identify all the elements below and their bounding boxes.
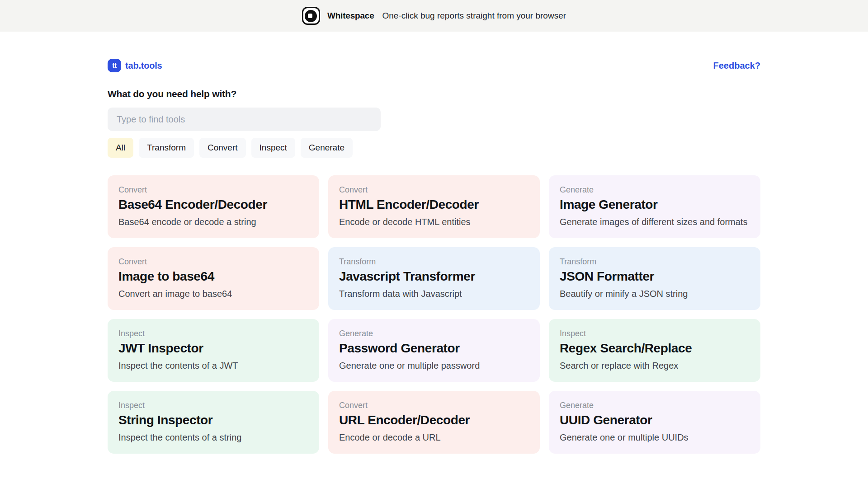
tool-description: Beautify or minify a JSON string <box>560 288 750 300</box>
tool-category: Inspect <box>560 329 750 338</box>
whitespace-promo-banner[interactable]: Whitespace One-click bug reports straigh… <box>0 0 868 32</box>
tool-category: Inspect <box>118 329 308 338</box>
tool-card[interactable]: Inspect JWT Inspector Inspect the conten… <box>108 319 319 382</box>
tool-title: UUID Generator <box>560 413 750 427</box>
site-header: tt tab.tools Feedback? <box>108 59 760 72</box>
search-input[interactable] <box>108 108 381 131</box>
feedback-link[interactable]: Feedback? <box>713 61 760 71</box>
site-logo[interactable]: tt tab.tools <box>108 59 162 72</box>
tool-description: Generate one or multiple UUIDs <box>560 432 750 444</box>
whitespace-logo-circle <box>305 10 317 22</box>
whitespace-logo-icon <box>302 7 320 25</box>
filter-button-convert[interactable]: Convert <box>199 138 246 158</box>
tool-title: Password Generator <box>339 341 529 356</box>
page-title: What do you need help with? <box>108 89 760 99</box>
tool-card[interactable]: Transform JSON Formatter Beautify or min… <box>549 247 760 310</box>
tool-card[interactable]: Generate Image Generator Generate images… <box>549 175 760 238</box>
tool-card[interactable]: Convert Image to base64 Convert an image… <box>108 247 319 310</box>
whitespace-brand-name: Whitespace <box>327 11 374 21</box>
tool-title: Image to base64 <box>118 269 308 284</box>
tool-card[interactable]: Convert HTML Encoder/Decoder Encode or d… <box>328 175 540 238</box>
filter-button-inspect[interactable]: Inspect <box>251 138 295 158</box>
tool-card[interactable]: Inspect String Inspector Inspect the con… <box>108 391 319 454</box>
tool-title: Regex Search/Replace <box>560 341 750 356</box>
tool-card[interactable]: Inspect Regex Search/Replace Search or r… <box>549 319 760 382</box>
tool-category: Generate <box>560 185 750 194</box>
tool-card[interactable]: Convert Base64 Encoder/Decoder Base64 en… <box>108 175 319 238</box>
tool-description: Base64 encode or decode a string <box>118 216 308 228</box>
site-name: tab.tools <box>125 61 162 71</box>
tabtools-logo-icon: tt <box>108 59 121 72</box>
tool-category: Convert <box>339 401 529 410</box>
filter-button-all[interactable]: All <box>108 138 133 158</box>
tool-description: Search or replace with Regex <box>560 360 750 372</box>
tool-title: URL Encoder/Decoder <box>339 413 529 427</box>
tool-category: Transform <box>339 257 529 266</box>
tool-title: Image Generator <box>560 197 750 212</box>
main-container: tt tab.tools Feedback? What do you need … <box>108 32 760 454</box>
tool-category: Transform <box>560 257 750 266</box>
tool-description: Generate images of different sizes and f… <box>560 216 750 228</box>
tool-category: Generate <box>339 329 529 338</box>
filter-button-generate[interactable]: Generate <box>301 138 353 158</box>
tool-title: Base64 Encoder/Decoder <box>118 197 308 212</box>
tool-category: Convert <box>118 257 308 266</box>
tool-title: HTML Encoder/Decoder <box>339 197 529 212</box>
tool-description: Generate one or multiple password <box>339 360 529 372</box>
tool-card[interactable]: Generate UUID Generator Generate one or … <box>549 391 760 454</box>
tool-title: JWT Inspector <box>118 341 308 356</box>
tool-description: Encode or decode HTML entities <box>339 216 529 228</box>
tool-title: String Inspector <box>118 413 308 427</box>
tools-grid: Convert Base64 Encoder/Decoder Base64 en… <box>108 175 760 454</box>
tool-card[interactable]: Generate Password Generator Generate one… <box>328 319 540 382</box>
tool-description: Encode or decode a URL <box>339 432 529 444</box>
filter-button-transform[interactable]: Transform <box>139 138 194 158</box>
tool-description: Inspect the contents of a string <box>118 432 308 444</box>
tool-description: Transform data with Javascript <box>339 288 529 300</box>
tool-description: Convert an image to base64 <box>118 288 308 300</box>
whitespace-logo-dot <box>308 14 312 18</box>
whitespace-tagline: One-click bug reports straight from your… <box>382 11 566 21</box>
filter-bar: AllTransformConvertInspectGenerate <box>108 138 760 158</box>
tool-category: Convert <box>118 185 308 194</box>
tool-category: Generate <box>560 401 750 410</box>
tool-description: Inspect the contents of a JWT <box>118 360 308 372</box>
tool-title: Javascript Transformer <box>339 269 529 284</box>
tool-category: Convert <box>339 185 529 194</box>
tool-category: Inspect <box>118 401 308 410</box>
tool-title: JSON Formatter <box>560 269 750 284</box>
tool-card[interactable]: Transform Javascript Transformer Transfo… <box>328 247 540 310</box>
tool-card[interactable]: Convert URL Encoder/Decoder Encode or de… <box>328 391 540 454</box>
